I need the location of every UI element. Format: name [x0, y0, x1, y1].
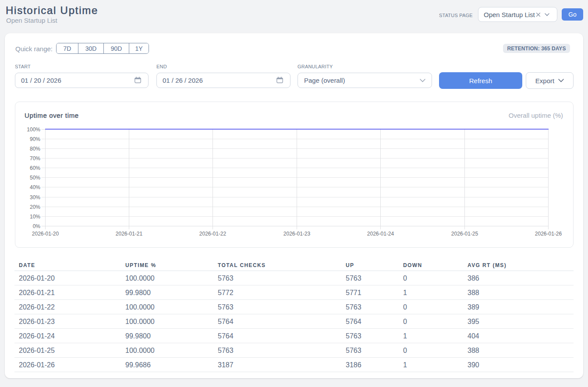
svg-text:2026-01-22: 2026-01-22: [199, 231, 227, 237]
svg-text:70%: 70%: [30, 155, 40, 162]
svg-text:100%: 100%: [27, 127, 40, 133]
svg-text:90%: 90%: [30, 136, 40, 142]
svg-text:40%: 40%: [30, 184, 40, 190]
svg-text:10%: 10%: [30, 214, 40, 220]
svg-text:2026-01-25: 2026-01-25: [451, 231, 478, 237]
svg-text:30%: 30%: [30, 194, 40, 201]
svg-text:50%: 50%: [30, 175, 40, 181]
svg-text:2026-01-26: 2026-01-26: [535, 231, 562, 237]
svg-text:60%: 60%: [30, 165, 40, 171]
svg-text:20%: 20%: [30, 204, 40, 210]
svg-text:80%: 80%: [30, 146, 40, 152]
svg-text:2026-01-21: 2026-01-21: [116, 231, 143, 237]
svg-text:2026-01-24: 2026-01-24: [367, 231, 394, 237]
svg-text:2026-01-20: 2026-01-20: [32, 231, 59, 237]
svg-text:0%: 0%: [33, 223, 41, 229]
svg-text:2026-01-23: 2026-01-23: [283, 231, 311, 237]
